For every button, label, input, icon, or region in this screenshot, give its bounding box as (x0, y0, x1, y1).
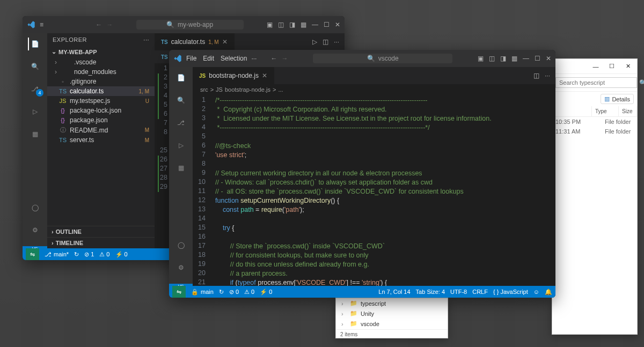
code-line[interactable]: /*--------------------------------------… (211, 96, 555, 105)
maximize-icon[interactable]: ☐ (535, 55, 540, 62)
remote-icon[interactable]: ⇋ (26, 248, 39, 260)
layout-icon[interactable]: ▣ (267, 21, 273, 28)
menu-item[interactable]: Selection (221, 55, 247, 62)
editor-tab[interactable]: JS bootstrap-node.js ✕ (193, 67, 274, 84)
nav-forward-icon[interactable]: → (281, 55, 288, 62)
breadcrumb[interactable]: src>JSbootstrap-node.js>... (193, 84, 555, 95)
account-icon[interactable]: ◯ (174, 239, 187, 252)
code-line[interactable]: // Setup current working directory in al… (211, 169, 555, 178)
code-line[interactable]: // - all OS: store the `process.cwd()` i… (211, 187, 555, 196)
encoding[interactable]: UTF-8 (450, 289, 467, 295)
code-line[interactable]: *---------------------------------------… (211, 123, 555, 132)
file-item[interactable]: {}package.json (47, 115, 155, 125)
search-icon[interactable]: 🔍 (28, 60, 41, 73)
file-item[interactable]: TSserver.tsM (47, 135, 155, 145)
command-center[interactable]: 🔍 my-web-app (136, 20, 244, 29)
maximize-icon[interactable]: ☐ (605, 63, 619, 70)
code-line[interactable]: * Licensed under the MIT License. See Li… (211, 114, 555, 123)
code-line[interactable]: //@ts-check (211, 142, 555, 151)
layout-icon[interactable]: ▦ (301, 21, 306, 28)
explorer-icon[interactable]: 📄 (174, 71, 187, 84)
command-center[interactable]: 🔍 vscode (313, 54, 452, 63)
debug-icon[interactable]: ▷ (28, 105, 41, 118)
warnings-status[interactable]: ⚠ 0 (244, 289, 254, 296)
menu-item[interactable]: Edit (203, 55, 214, 62)
account-icon[interactable]: ◯ (28, 201, 41, 214)
folder-item[interactable]: ›.vscode (47, 57, 155, 67)
editor-tab[interactable]: TS calculator.ts 1, M ✕ (155, 33, 235, 50)
breadcrumb-segment[interactable]: > (210, 86, 214, 93)
nav-back-icon[interactable]: ← (96, 21, 102, 28)
search-icon[interactable]: 🔍 (174, 94, 187, 107)
layout-icon[interactable]: ◫ (278, 21, 284, 28)
port-status[interactable]: ⚡ 0 (260, 289, 272, 296)
code-line[interactable]: if (typeof process.env['VSCODE_CWD'] !==… (211, 278, 555, 286)
search-icon[interactable]: 🔍 (639, 79, 644, 86)
sync-status[interactable]: ↻ (219, 289, 224, 296)
breadcrumb-segment[interactable]: ... (278, 86, 283, 93)
nav-forward-icon[interactable]: → (106, 21, 113, 28)
debug-icon[interactable]: ▷ (174, 139, 187, 152)
code-line[interactable]: // do this once unless defined already f… (211, 260, 555, 269)
close-tab-icon[interactable]: ✕ (222, 38, 228, 46)
code-line[interactable]: // a parent process. (211, 269, 555, 278)
file-item[interactable]: JSmy.testspec.jsU (47, 96, 155, 106)
branch-status[interactable]: ⎇ main* (45, 251, 69, 258)
breadcrumb-segment[interactable]: src (200, 86, 208, 93)
errors-status[interactable]: ⊘ 1 (84, 251, 94, 258)
folder-row[interactable]: ›📁Unity (336, 308, 448, 319)
menu-overflow-icon[interactable]: ··· (251, 55, 257, 62)
breadcrumb-segment[interactable]: > (273, 86, 276, 93)
more-icon[interactable]: ··· (545, 72, 550, 79)
explorer-icon[interactable]: 📄 (28, 38, 41, 50)
layout-icon[interactable]: ◨ (289, 21, 295, 28)
gear-icon[interactable]: ⚙ (174, 261, 187, 274)
split-icon[interactable]: ◫ (533, 72, 539, 79)
minimize-icon[interactable]: — (312, 21, 318, 28)
file-item[interactable]: ⓘREADME.mdM (47, 125, 155, 135)
scm-icon[interactable]: ⎇ (174, 116, 187, 129)
code-line[interactable]: const path = require('path'); (211, 205, 555, 215)
project-folder[interactable]: ⌄ MY-WEB-APP (47, 47, 155, 56)
timeline-section[interactable]: ›TIMELINE (47, 239, 155, 247)
nav-back-icon[interactable]: ← (270, 55, 277, 62)
cursor-position[interactable]: Ln 7, Col 14 (378, 289, 410, 295)
folder-row[interactable]: ›📁vscode (336, 319, 448, 329)
file-row[interactable]: 11:31 AMFile folder (552, 127, 637, 136)
layout-icon[interactable]: ▦ (511, 55, 517, 62)
code-line[interactable] (211, 233, 555, 242)
code-line[interactable]: // Store the `process.cwd()` inside `VSC… (211, 242, 555, 251)
extensions-icon[interactable]: ▦ (174, 161, 187, 174)
gear-icon[interactable]: ⚙ (28, 224, 41, 237)
file-row[interactable]: 10:35 PMFile folder (552, 117, 637, 127)
file-item[interactable]: {}package-lock.json (47, 106, 155, 115)
file-item[interactable]: ◦.gitignore (47, 77, 155, 86)
scm-icon[interactable]: ⎇ 4 (28, 83, 41, 95)
eol[interactable]: CRLF (472, 289, 488, 295)
remote-icon[interactable]: ⇋ (172, 286, 186, 298)
details-button[interactable]: ▥ Details (601, 94, 634, 104)
code-line[interactable]: * Copyright (c) Microsoft Corporation. A… (211, 105, 555, 114)
feedback-icon[interactable]: ☺ (533, 289, 539, 295)
folder-row[interactable]: ›📁typescript (336, 298, 448, 308)
menu-item[interactable]: File (186, 55, 196, 62)
layout-icon[interactable]: ◫ (489, 55, 495, 62)
branch-status[interactable]: 🔒 main (191, 289, 214, 296)
sync-status[interactable]: ↻ (74, 251, 79, 258)
tab-size[interactable]: Tab Size: 4 (416, 289, 445, 295)
maximize-icon[interactable]: ☐ (324, 21, 330, 28)
menu-icon[interactable]: ≡ (40, 21, 43, 28)
more-icon[interactable]: ··· (143, 36, 149, 43)
code-line[interactable]: // for consistent lookups, but make sure… (211, 251, 555, 260)
more-icon[interactable]: ··· (334, 38, 339, 46)
errors-status[interactable]: ⊘ 0 (229, 289, 239, 296)
search-input[interactable] (555, 77, 637, 88)
run-icon[interactable]: ▷ (312, 38, 317, 46)
close-tab-icon[interactable]: ✕ (262, 72, 267, 79)
minimize-icon[interactable]: — (589, 63, 603, 70)
split-icon[interactable]: ◫ (323, 38, 328, 46)
code-line[interactable] (211, 132, 555, 142)
code-line[interactable]: 'use strict'; (211, 151, 555, 160)
breadcrumb-segment[interactable]: bootstrap-node.js (225, 86, 270, 93)
file-item[interactable]: TScalculator.ts1, M (47, 86, 155, 96)
